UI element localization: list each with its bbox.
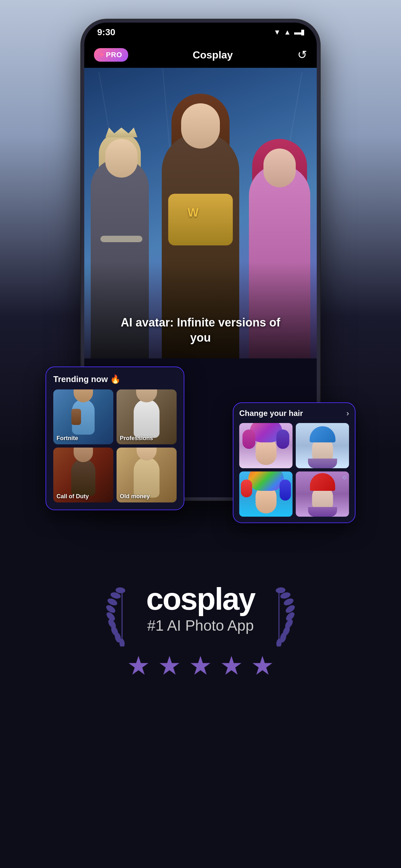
pro-label: PRO (106, 51, 122, 59)
status-bar: 9:30 ▼ ▲ ▬▮ (84, 23, 317, 42)
wifi-icon: ▼ (274, 28, 281, 36)
star-4: ★ (220, 653, 243, 679)
svg-point-18 (276, 587, 286, 594)
app-tagline: #1 AI Photo App (147, 617, 254, 634)
hair-card-chevron[interactable]: › (346, 409, 349, 418)
hair-grid: ◇ (239, 423, 349, 517)
list-item[interactable] (239, 471, 292, 517)
hero-section: W AI avatar: Infinite versions of (84, 68, 317, 359)
brand-name: cosplay (146, 581, 255, 617)
list-item[interactable]: Professions (117, 390, 177, 444)
app-title: Cosplay (193, 49, 233, 61)
list-item[interactable]: ◇ (296, 471, 349, 517)
trending-grid: Fortnite Professions (53, 390, 177, 502)
trending-item-label: Old money (120, 493, 150, 500)
signal-icon: ▲ (284, 28, 291, 36)
trending-item-label: Call of Duty (57, 493, 89, 500)
hero-text: AI avatar: Infinite versions of you (121, 315, 280, 345)
star-5: ★ (251, 653, 274, 679)
hair-change-card: Change your hair › (233, 402, 356, 523)
list-item[interactable]: Old money (117, 447, 177, 502)
trending-title: Trending now 🔥 (53, 374, 177, 384)
heart-icon: ♥ (100, 51, 104, 59)
trending-item-label: Professions (120, 435, 153, 442)
list-item[interactable] (296, 423, 349, 468)
hair-card-header: Change your hair › (239, 409, 349, 418)
bottom-section: cosplay #1 AI Photo App (0, 562, 401, 717)
app-header: ♥ PRO Cosplay ↺ (84, 42, 317, 68)
laurel-right-icon (261, 585, 297, 647)
history-button[interactable]: ↺ (297, 48, 307, 62)
premium-badge: ◇ (343, 474, 346, 480)
list-item[interactable]: Call of Duty (53, 447, 113, 502)
star-2: ★ (158, 653, 181, 679)
status-icons: ▼ ▲ ▬▮ (274, 28, 304, 36)
pro-badge[interactable]: ♥ PRO (94, 48, 128, 62)
time-display: 9:30 (97, 27, 115, 37)
hero-overlay: AI avatar: Infinite versions of you (84, 261, 317, 359)
rating-stars: ★ ★ ★ ★ ★ (127, 653, 274, 679)
star-3: ★ (189, 653, 212, 679)
svg-point-8 (115, 587, 125, 594)
trending-card: Trending now 🔥 Fortnite (45, 367, 184, 510)
list-item[interactable]: Fortnite (53, 390, 113, 444)
laurel-left-icon (104, 585, 140, 647)
star-1: ★ (127, 653, 150, 679)
list-item[interactable] (239, 423, 292, 468)
trending-item-label: Fortnite (57, 435, 78, 442)
hair-card-title: Change your hair (239, 409, 303, 418)
battery-icon: ▬▮ (294, 28, 304, 36)
